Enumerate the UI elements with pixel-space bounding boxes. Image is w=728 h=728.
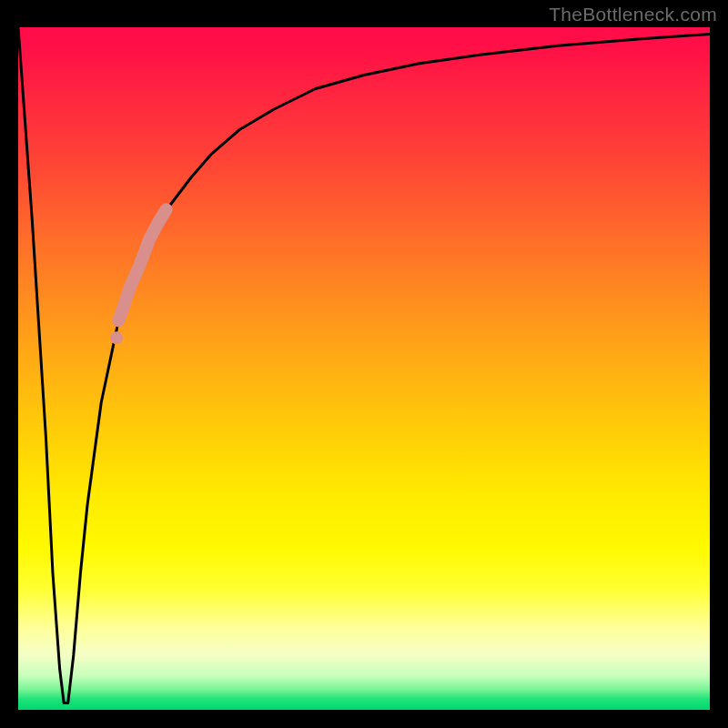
- bottleneck-curve-line: [18, 27, 710, 703]
- chart-plot-area: [18, 27, 710, 710]
- highlight-dot: [110, 331, 123, 344]
- highlight-segment-line: [118, 209, 166, 320]
- chart-plot-frame: [18, 27, 710, 710]
- chart-svg: [18, 27, 710, 710]
- watermark-text: TheBottleneck.com: [549, 4, 717, 25]
